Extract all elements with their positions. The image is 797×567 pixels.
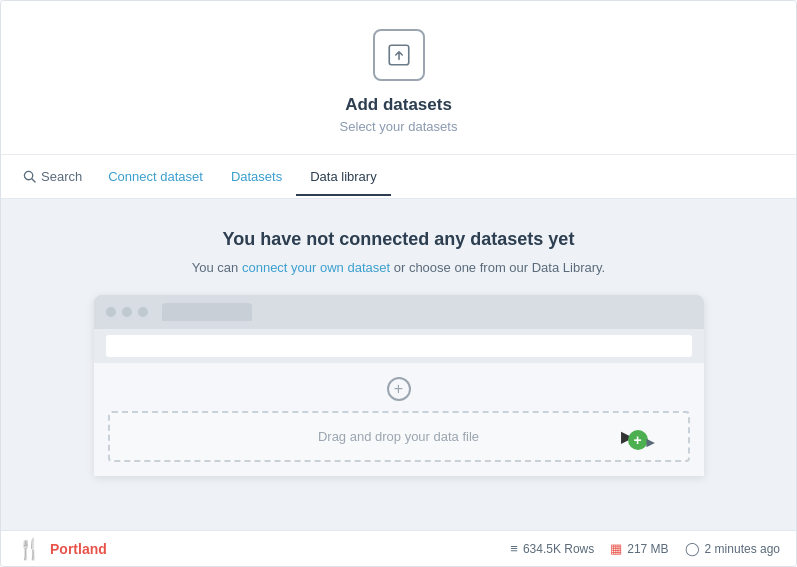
size-icon: ▦: [610, 541, 622, 556]
browser-address-bar: [94, 329, 704, 363]
upload-icon: [386, 42, 412, 68]
rows-icon: ≡: [510, 541, 518, 556]
time-ago: 2 minutes ago: [705, 542, 780, 556]
rows-count: 634.5K Rows: [523, 542, 594, 556]
empty-state-description: You can connect your own dataset or choo…: [192, 260, 605, 275]
app-icon: 🍴: [17, 537, 42, 561]
drag-drop-zone[interactable]: Drag and drop your data file ▶ + ►: [108, 411, 690, 462]
add-file-icon[interactable]: +: [387, 377, 411, 401]
time-status: ◯ 2 minutes ago: [685, 541, 780, 556]
tab-data-library[interactable]: Data library: [296, 159, 390, 196]
browser-mockup: + Drag and drop your data file ▶ + ►: [94, 295, 704, 476]
main-container: Add datasets Select your datasets Search…: [0, 0, 797, 567]
page-subtitle: Select your datasets: [340, 119, 458, 134]
file-size: 217 MB: [627, 542, 668, 556]
browser-dot-2: [122, 307, 132, 317]
empty-state-text-before: You can: [192, 260, 242, 275]
status-right: ≡ 634.5K Rows ▦ 217 MB ◯ 2 minutes ago: [510, 541, 780, 556]
browser-dot-3: [138, 307, 148, 317]
empty-state-title: You have not connected any datasets yet: [223, 229, 575, 250]
search-tab-label: Search: [41, 169, 82, 184]
arrow-icon: ►: [644, 434, 658, 450]
browser-titlebar: [94, 295, 704, 329]
drag-drop-text: Drag and drop your data file: [318, 429, 479, 444]
tab-datasets[interactable]: Datasets: [217, 159, 296, 196]
content-area: You have not connected any datasets yet …: [1, 199, 796, 530]
clock-icon: ◯: [685, 541, 700, 556]
plus-icon-row: +: [387, 377, 411, 401]
browser-tab-pill: [162, 303, 252, 321]
datasets-label: Datasets: [231, 169, 282, 184]
app-name: Portland: [50, 541, 107, 557]
empty-state-text-after: or choose one from our Data Library.: [390, 260, 605, 275]
tabs-bar: Search Connect dataset Datasets Data lib…: [1, 155, 796, 199]
search-tab[interactable]: Search: [11, 159, 94, 194]
upload-icon-container: [373, 29, 425, 81]
data-library-label: Data library: [310, 169, 376, 184]
tab-connect-dataset[interactable]: Connect dataset: [94, 159, 217, 196]
page-title: Add datasets: [345, 95, 452, 115]
connect-dataset-link[interactable]: connect your own dataset: [242, 260, 390, 275]
connect-dataset-label: Connect dataset: [108, 169, 203, 184]
size-status: ▦ 217 MB: [610, 541, 668, 556]
svg-line-2: [32, 179, 35, 182]
browser-dot-1: [106, 307, 116, 317]
status-bar: 🍴 Portland ≡ 634.5K Rows ▦ 217 MB ◯ 2 mi…: [1, 530, 796, 566]
search-icon: [23, 170, 36, 183]
rows-status: ≡ 634.5K Rows: [510, 541, 594, 556]
browser-content: + Drag and drop your data file ▶ + ►: [94, 363, 704, 476]
status-left: 🍴 Portland: [17, 537, 107, 561]
browser-address-input: [106, 335, 692, 357]
top-panel: Add datasets Select your datasets: [1, 1, 796, 155]
